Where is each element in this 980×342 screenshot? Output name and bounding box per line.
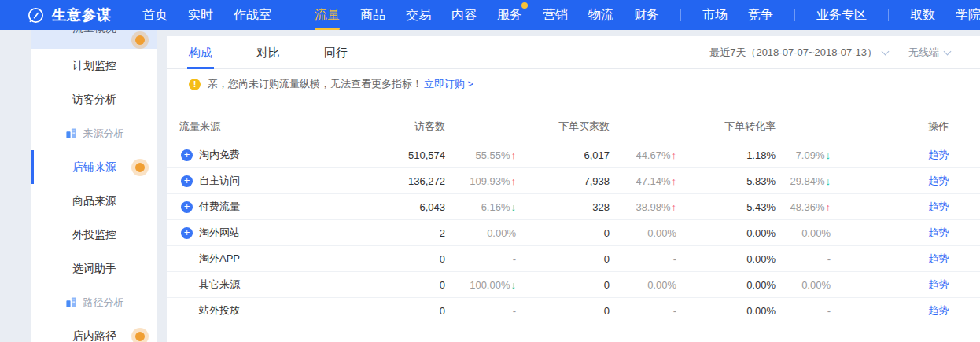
- trend-link[interactable]: 趋势: [831, 148, 949, 162]
- visitors-value: 0: [359, 279, 445, 291]
- sidebar-item-plan-monitor[interactable]: 计划监控: [31, 49, 157, 83]
- buildings-icon: [65, 296, 77, 308]
- nav-item-biz-zone[interactable]: 业务专区: [816, 0, 867, 30]
- subscribe-now-link[interactable]: 立即订购 >: [424, 77, 473, 91]
- source-name: 站外投放: [199, 303, 240, 318]
- source-name: 自主访问: [199, 174, 240, 188]
- conversion-change: 29.84%↓: [776, 175, 831, 187]
- trend-link[interactable]: 趋势: [831, 200, 949, 214]
- nav-item-logistics[interactable]: 物流: [588, 0, 613, 30]
- date-range-picker[interactable]: 最近7天（2018-07-07~2018-07-13）: [709, 46, 888, 60]
- buyers-change: 44.67%↑: [610, 149, 676, 161]
- orange-status-dot: [135, 35, 145, 45]
- sidebar-item-label: 访客分析: [72, 93, 116, 107]
- sidebar-item-shop-source[interactable]: 店铺来源: [31, 150, 157, 184]
- visitors-change: -: [445, 253, 516, 265]
- nav-item-data-fetch[interactable]: 取数: [910, 0, 935, 30]
- trend-link[interactable]: 趋势: [831, 303, 949, 318]
- sidebar-item-label: 店铺来源: [72, 160, 116, 175]
- nav-item-marketing[interactable]: 营销: [543, 0, 568, 30]
- tab-compare[interactable]: 对比: [256, 36, 280, 69]
- nav-item-market[interactable]: 市场: [702, 0, 728, 30]
- top-navbar: 生意参谋 首页实时作战室流量商品交易内容服务营销物流财务市场竞争业务专区取数学院: [0, 0, 980, 30]
- source-cell: 淘外APP: [179, 252, 359, 266]
- header-visitors: 访客数: [359, 120, 445, 134]
- up-arrow-icon: ↑: [672, 149, 677, 161]
- source-cell: +付费流量: [179, 200, 359, 214]
- expand-plus-icon[interactable]: +: [181, 175, 193, 187]
- tab-composition[interactable]: 构成: [189, 36, 212, 69]
- main-panel: 构成 对比 同行 最近7天（2018-07-07~2018-07-13） 无线端…: [167, 36, 980, 342]
- conversion-change: 48.36%↑: [776, 201, 831, 213]
- nav-item-realtime[interactable]: 实时: [188, 0, 213, 30]
- sidebar-item-item-source[interactable]: 商品来源: [31, 184, 157, 218]
- up-arrow-icon: ↑: [672, 175, 677, 187]
- source-name: 淘外APP: [199, 252, 240, 266]
- compass-logo-icon: [27, 6, 45, 24]
- orange-status-dot: [135, 163, 145, 172]
- trend-link[interactable]: 趋势: [831, 278, 949, 292]
- sidebar-section-label: 路径分析: [83, 296, 124, 310]
- visitors-value: 2: [359, 227, 445, 239]
- up-arrow-icon: ↑: [511, 175, 517, 187]
- nav-item-content[interactable]: 内容: [451, 0, 477, 30]
- nav-item-trade[interactable]: 交易: [406, 0, 431, 30]
- buyers-value: 0: [543, 279, 610, 291]
- visitors-change: 100.00%↓: [445, 279, 516, 291]
- channel-select[interactable]: 无线端: [908, 46, 950, 60]
- date-range-label: 最近7天（2018-07-07~2018-07-13）: [709, 46, 877, 60]
- nav-item-home[interactable]: 首页: [142, 0, 168, 30]
- expand-plus-icon[interactable]: +: [181, 227, 193, 239]
- source-name: 淘内免费: [199, 148, 240, 162]
- conversion-change: 7.09%↓: [776, 149, 831, 161]
- header-action: 操作: [831, 120, 949, 134]
- buyers-change: 38.98%↑: [610, 201, 676, 213]
- conversion-change: -: [776, 305, 831, 317]
- conversion-change: 0.00%: [776, 227, 831, 239]
- trend-link[interactable]: 趋势: [831, 226, 949, 240]
- nav-divider: [293, 9, 293, 21]
- buyers-change: 0.00%: [610, 279, 676, 291]
- nav-item-service[interactable]: 服务: [497, 0, 522, 30]
- sidebar-item-label: 店内路径: [72, 329, 116, 342]
- trend-link[interactable]: 趋势: [831, 252, 949, 266]
- nav-item-war-room[interactable]: 作战室: [234, 0, 271, 30]
- down-arrow-icon: ↓: [511, 201, 517, 213]
- nav-item-goods[interactable]: 商品: [360, 0, 385, 30]
- nav-item-finance[interactable]: 财务: [634, 0, 659, 30]
- source-cell: +淘内免费: [179, 148, 359, 162]
- table-row: 其它来源0100.00%↓00.00%0.00%0.00%趋势: [167, 271, 980, 297]
- sidebar-item-external-monitor[interactable]: 外投监控: [31, 218, 157, 252]
- app-title: 生意参谋: [52, 6, 112, 24]
- conversion-value: 0.00%: [697, 227, 776, 239]
- nav-item-academy[interactable]: 学院: [956, 0, 980, 30]
- expand-plus-icon[interactable]: +: [181, 149, 193, 161]
- trend-link[interactable]: 趋势: [831, 174, 949, 188]
- table-row: 淘外APP0-0-0.00%-趋势: [167, 245, 980, 271]
- visitors-value: 0: [359, 253, 445, 265]
- nav-divider: [794, 9, 795, 21]
- source-cell: +自主访问: [179, 174, 359, 188]
- app-logo[interactable]: 生意参谋: [27, 6, 112, 24]
- chevron-down-icon: [882, 48, 890, 56]
- tab-peers[interactable]: 同行: [324, 36, 348, 69]
- sidebar-item-label: 商品来源: [72, 194, 116, 208]
- expand-plus-icon[interactable]: +: [181, 201, 193, 213]
- nav-item-traffic[interactable]: 流量: [315, 0, 340, 30]
- nav-menu: 首页实时作战室流量商品交易内容服务营销物流财务市场竞争业务专区取数学院: [132, 0, 980, 30]
- header-conversion: 下单转化率: [697, 120, 776, 134]
- buyers-value: 0: [543, 227, 610, 239]
- nav-item-compete[interactable]: 竞争: [748, 0, 773, 30]
- sidebar-item-keyword-helper[interactable]: 选词助手: [31, 252, 157, 285]
- visitors-value: 510,574: [359, 149, 445, 161]
- channel-label: 无线端: [908, 46, 939, 60]
- source-cell: 其它来源: [179, 278, 359, 292]
- sidebar-item-visitor-analysis[interactable]: 访客分析: [31, 83, 157, 116]
- buyers-value: 0: [543, 305, 610, 317]
- sidebar-item-traffic-overview[interactable]: 流量概况: [31, 30, 157, 49]
- table-row: 站外投放0-0-0.00%-趋势: [167, 297, 980, 323]
- conversion-value: 5.43%: [697, 201, 776, 213]
- sidebar: 流量概况计划监控访客分析来源分析店铺来源商品来源外投监控选词助手路径分析店内路径: [31, 30, 157, 342]
- sidebar-item-in-shop-path[interactable]: 店内路径: [31, 319, 157, 342]
- table-row: +淘内免费510,57455.55%↑6,01744.67%↑1.18%7.09…: [167, 142, 980, 167]
